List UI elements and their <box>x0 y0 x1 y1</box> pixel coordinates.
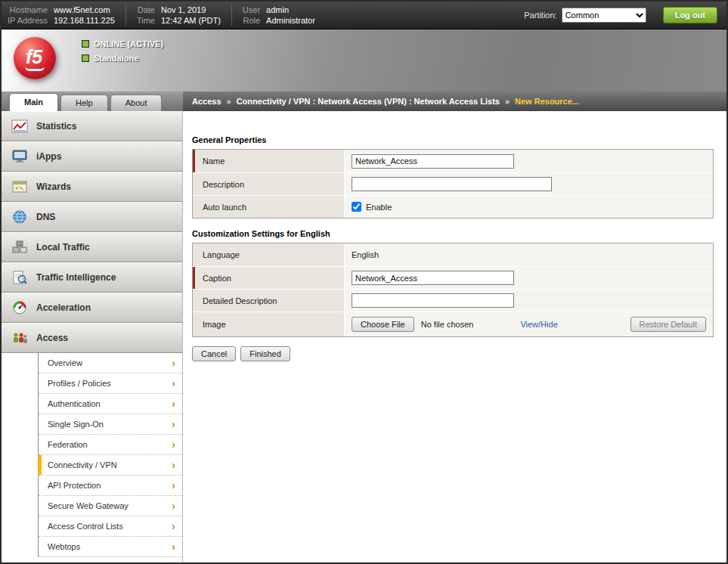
description-input[interactable] <box>352 177 552 191</box>
sidebar-item-access[interactable]: Access <box>2 323 182 353</box>
chevron-right-icon: › <box>172 439 175 450</box>
tab-about[interactable]: About <box>110 95 163 111</box>
sidebar-subitem-webtops[interactable]: Webtops › <box>39 537 182 557</box>
role-value: Administrator <box>266 16 315 26</box>
dns-icon <box>11 209 29 225</box>
choose-file-button[interactable]: Choose File <box>352 317 414 332</box>
breadcrumb-separator: » <box>505 97 510 106</box>
sidebar-subitem-access-control-lists[interactable]: Access Control Lists › <box>39 516 182 537</box>
name-input[interactable] <box>352 154 514 169</box>
partition-label: Partition: <box>524 11 556 20</box>
customization-settings-title: Customization Settings for English <box>192 229 711 238</box>
user-info: User admin Role Administrator <box>232 5 326 26</box>
description-row: Description <box>193 172 713 195</box>
chevron-right-icon: › <box>172 500 175 511</box>
time-label: Time <box>137 16 155 26</box>
sidebar-subitem-single-sign-on[interactable]: Single Sign-On › <box>39 414 182 435</box>
sidebar-item-wizards[interactable]: Wizards <box>2 172 182 202</box>
language-row: Language English <box>193 243 713 266</box>
user-value: admin <box>266 5 315 15</box>
cancel-button[interactable]: Cancel <box>192 346 236 361</box>
ip-address-label: IP Address <box>8 16 48 26</box>
main-content: General Properties Name Description Auto… <box>183 111 726 562</box>
restore-default-button[interactable]: Restore Default <box>630 317 706 332</box>
local-traffic-icon <box>11 240 29 255</box>
device-status: ONLINE (ACTIVE) Standalone <box>82 39 163 68</box>
caption-row: Caption <box>193 266 713 289</box>
auto-launch-checkbox[interactable] <box>352 202 361 212</box>
auto-launch-label: Auto launch <box>193 196 345 218</box>
breadcrumb-current: New Resource... <box>515 97 579 106</box>
breadcrumb-root[interactable]: Access <box>192 97 221 106</box>
time-value: 12:42 AM (PDT) <box>161 16 221 26</box>
partition-select[interactable]: Common <box>562 8 646 23</box>
wizards-icon <box>11 179 29 194</box>
name-label: Name <box>193 150 345 172</box>
sidebar-subitem-overview[interactable]: Overview › <box>39 353 182 373</box>
chevron-right-icon: › <box>172 541 175 552</box>
tabs-area: Main Help About <box>2 91 183 111</box>
sidebar-item-acceleration[interactable]: Acceleration <box>2 293 182 323</box>
sidebar-item-statistics[interactable]: Statistics <box>2 111 182 141</box>
access-icon <box>11 330 29 346</box>
sidebar-subitem-authentication[interactable]: Authentication › <box>39 394 182 414</box>
detailed-description-input[interactable] <box>352 293 514 308</box>
datetime-info: Date Nov 1, 2019 Time 12:42 AM (PDT) <box>126 5 231 26</box>
description-label: Description <box>193 173 345 195</box>
online-status-text: ONLINE (ACTIVE) <box>94 39 163 48</box>
language-label: Language <box>193 243 345 266</box>
f5-logo: f5 <box>14 37 56 79</box>
enable-label: Enable <box>366 203 392 212</box>
finished-button[interactable]: Finished <box>240 346 290 361</box>
online-status-icon <box>82 40 89 48</box>
chevron-right-icon: › <box>172 480 175 491</box>
chevron-right-icon: › <box>172 521 175 531</box>
tab-strip: Main Help About Access » Connectivity / … <box>2 91 726 111</box>
caption-input[interactable] <box>352 271 514 285</box>
date-value: Nov 1, 2019 <box>161 5 221 15</box>
hostname-value: www.f5net.com <box>54 5 115 15</box>
tab-main[interactable]: Main <box>9 93 58 111</box>
sidebar-item-local-traffic[interactable]: Local Traffic <box>2 232 182 262</box>
sidebar-subitem-api-protection[interactable]: API Protection › <box>39 476 182 496</box>
top-bar: Hostname www.f5net.com IP Address 192.16… <box>2 2 726 29</box>
breadcrumb-separator: » <box>227 97 231 106</box>
date-label: Date <box>137 5 155 15</box>
host-info: Hostname www.f5net.com IP Address 192.16… <box>8 5 125 26</box>
f5-configuration-utility: Hostname www.f5net.com IP Address 192.16… <box>0 0 728 564</box>
sidebar-subitem-federation[interactable]: Federation › <box>39 435 182 455</box>
hostname-label: Hostname <box>8 5 48 15</box>
chevron-right-icon: › <box>172 419 175 429</box>
acceleration-icon <box>11 300 29 315</box>
view-hide-link[interactable]: View/Hide <box>520 320 557 329</box>
sidebar-item-iapps[interactable]: iApps <box>2 141 182 172</box>
sidebar-subitem-profiles-policies[interactable]: Profiles / Policies › <box>39 373 182 394</box>
tab-help[interactable]: Help <box>60 95 108 111</box>
role-label: Role <box>243 16 260 26</box>
breadcrumb-path: Connectivity / VPN : Network Access (VPN… <box>237 97 500 106</box>
iapps-icon <box>11 149 29 164</box>
partition-control: Partition: Common <box>524 8 646 23</box>
image-label: Image <box>193 312 345 336</box>
name-row: Name <box>193 150 713 172</box>
chevron-right-icon: › <box>172 460 175 470</box>
chevron-right-icon: › <box>172 358 175 368</box>
sidebar: Statistics iApps Wizards DNS <box>2 111 183 562</box>
user-label: User <box>243 5 260 15</box>
form-actions: Cancel Finished <box>192 346 711 361</box>
caption-label: Caption <box>193 267 345 289</box>
sidebar-subitem-secure-web-gateway[interactable]: Secure Web Gateway › <box>39 496 182 516</box>
f5-logo-text: f5 <box>25 46 45 71</box>
sidebar-item-dns[interactable]: DNS <box>2 202 182 232</box>
chevron-right-icon: › <box>172 378 175 389</box>
access-submenu: Overview › Profiles / Policies › Authent… <box>38 353 182 557</box>
logout-button[interactable]: Log out <box>663 7 717 23</box>
sidebar-item-traffic-intelligence[interactable]: Traffic Intelligence <box>2 262 182 293</box>
auto-launch-row: Auto launch Enable <box>193 195 713 218</box>
sidebar-subitem-connectivity-vpn[interactable]: Connectivity / VPN › <box>39 455 182 476</box>
language-value: English <box>345 243 713 266</box>
customization-settings-table: Language English Caption Detailed Descri… <box>192 243 714 337</box>
standalone-status-icon <box>82 54 89 62</box>
detailed-description-row: Detailed Description <box>193 289 713 311</box>
general-properties-table: Name Description Auto launch Enable <box>192 149 714 218</box>
